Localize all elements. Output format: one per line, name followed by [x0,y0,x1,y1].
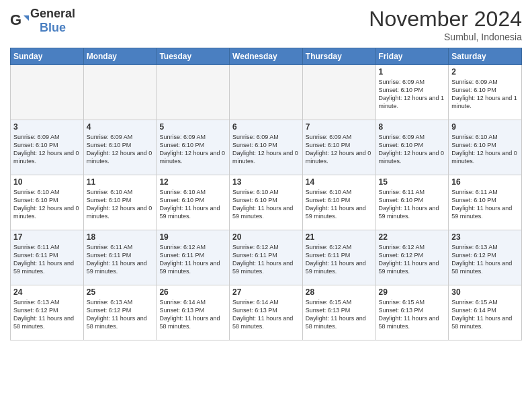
day-number: 10 [13,177,81,187]
calendar-week-row: 24Sunrise: 6:13 AM Sunset: 6:12 PM Dayli… [11,285,522,340]
col-tuesday: Tuesday [157,48,230,65]
table-row: 19Sunrise: 6:12 AM Sunset: 6:11 PM Dayli… [157,230,230,285]
day-info: Sunrise: 6:09 AM Sunset: 6:10 PM Dayligh… [306,133,373,166]
title-block: November 2024 Sumbul, Indonesia [369,7,522,42]
day-number: 27 [232,287,300,297]
day-number: 20 [232,232,300,242]
logo-text: General Blue [30,7,75,35]
day-info: Sunrise: 6:09 AM Sunset: 6:10 PM Dayligh… [13,133,81,166]
day-number: 11 [87,177,154,187]
table-row: 15Sunrise: 6:11 AM Sunset: 6:10 PM Dayli… [375,175,449,230]
calendar-week-row: 3Sunrise: 6:09 AM Sunset: 6:10 PM Daylig… [11,120,522,175]
day-info: Sunrise: 6:10 AM Sunset: 6:10 PM Dayligh… [13,188,81,221]
page-container: G General Blue November 2024 Sumbul, Ind… [0,0,532,344]
table-row: 10Sunrise: 6:10 AM Sunset: 6:10 PM Dayli… [11,175,84,230]
calendar-week-row: 17Sunrise: 6:11 AM Sunset: 6:11 PM Dayli… [11,230,522,285]
table-row: 5Sunrise: 6:09 AM Sunset: 6:10 PM Daylig… [157,120,230,175]
day-info: Sunrise: 6:11 AM Sunset: 6:10 PM Dayligh… [379,188,446,221]
day-info: Sunrise: 6:09 AM Sunset: 6:10 PM Dayligh… [232,133,300,166]
day-number: 12 [159,177,226,187]
day-info: Sunrise: 6:09 AM Sunset: 6:10 PM Dayligh… [159,133,226,166]
table-row: 16Sunrise: 6:11 AM Sunset: 6:10 PM Dayli… [449,175,522,230]
logo-icon: G [10,11,29,30]
day-number: 1 [379,67,446,77]
table-row [11,65,84,120]
calendar-week-row: 10Sunrise: 6:10 AM Sunset: 6:10 PM Dayli… [11,175,522,230]
day-info: Sunrise: 6:15 AM Sunset: 6:13 PM Dayligh… [379,298,446,331]
calendar-week-row: 1Sunrise: 6:09 AM Sunset: 6:10 PM Daylig… [11,65,522,120]
page-header: G General Blue November 2024 Sumbul, Ind… [10,7,522,42]
table-row: 1Sunrise: 6:09 AM Sunset: 6:10 PM Daylig… [375,65,449,120]
day-number: 18 [87,232,154,242]
location-subtitle: Sumbul, Indonesia [369,32,522,42]
calendar-header-row: Sunday Monday Tuesday Wednesday Thursday… [11,48,522,65]
day-number: 6 [232,122,300,132]
day-number: 19 [159,232,226,242]
day-info: Sunrise: 6:12 AM Sunset: 6:11 PM Dayligh… [232,243,300,276]
day-info: Sunrise: 6:13 AM Sunset: 6:12 PM Dayligh… [13,298,81,331]
day-number: 25 [87,287,154,297]
day-number: 2 [451,67,519,77]
day-info: Sunrise: 6:12 AM Sunset: 6:11 PM Dayligh… [159,243,226,276]
table-row: 21Sunrise: 6:12 AM Sunset: 6:11 PM Dayli… [302,230,375,285]
day-info: Sunrise: 6:11 AM Sunset: 6:11 PM Dayligh… [13,243,81,276]
table-row [83,65,157,120]
day-info: Sunrise: 6:14 AM Sunset: 6:13 PM Dayligh… [232,298,300,331]
day-number: 7 [306,122,373,132]
day-info: Sunrise: 6:12 AM Sunset: 6:11 PM Dayligh… [306,243,373,276]
table-row: 29Sunrise: 6:15 AM Sunset: 6:13 PM Dayli… [375,285,449,340]
table-row: 23Sunrise: 6:13 AM Sunset: 6:12 PM Dayli… [449,230,522,285]
col-sunday: Sunday [11,48,84,65]
table-row: 30Sunrise: 6:15 AM Sunset: 6:14 PM Dayli… [449,285,522,340]
table-row: 17Sunrise: 6:11 AM Sunset: 6:11 PM Dayli… [11,230,84,285]
table-row: 7Sunrise: 6:09 AM Sunset: 6:10 PM Daylig… [302,120,375,175]
day-info: Sunrise: 6:09 AM Sunset: 6:10 PM Dayligh… [379,78,446,111]
day-number: 30 [451,287,519,297]
day-number: 29 [379,287,446,297]
day-info: Sunrise: 6:13 AM Sunset: 6:12 PM Dayligh… [87,298,154,331]
day-number: 28 [306,287,373,297]
logo-blue: Blue [40,21,66,34]
logo: G General Blue [10,7,75,35]
svg-text:G: G [10,11,21,28]
table-row: 2Sunrise: 6:09 AM Sunset: 6:10 PM Daylig… [449,65,522,120]
day-number: 22 [379,232,446,242]
table-row: 20Sunrise: 6:12 AM Sunset: 6:11 PM Dayli… [230,230,303,285]
day-info: Sunrise: 6:12 AM Sunset: 6:12 PM Dayligh… [379,243,446,276]
day-number: 8 [379,122,446,132]
table-row: 12Sunrise: 6:10 AM Sunset: 6:10 PM Dayli… [157,175,230,230]
day-number: 13 [232,177,300,187]
day-number: 3 [13,122,81,132]
month-title: November 2024 [369,7,522,32]
table-row: 3Sunrise: 6:09 AM Sunset: 6:10 PM Daylig… [11,120,84,175]
day-info: Sunrise: 6:15 AM Sunset: 6:14 PM Dayligh… [451,298,519,331]
table-row: 4Sunrise: 6:09 AM Sunset: 6:10 PM Daylig… [83,120,157,175]
table-row [157,65,230,120]
day-number: 16 [451,177,519,187]
day-number: 4 [87,122,154,132]
day-info: Sunrise: 6:14 AM Sunset: 6:13 PM Dayligh… [159,298,226,331]
table-row: 9Sunrise: 6:10 AM Sunset: 6:10 PM Daylig… [449,120,522,175]
day-number: 26 [159,287,226,297]
day-info: Sunrise: 6:13 AM Sunset: 6:12 PM Dayligh… [451,243,519,276]
table-row [302,65,375,120]
table-row: 14Sunrise: 6:10 AM Sunset: 6:10 PM Dayli… [302,175,375,230]
table-row: 18Sunrise: 6:11 AM Sunset: 6:11 PM Dayli… [83,230,157,285]
day-info: Sunrise: 6:10 AM Sunset: 6:10 PM Dayligh… [87,188,154,221]
day-info: Sunrise: 6:10 AM Sunset: 6:10 PM Dayligh… [451,133,519,166]
day-info: Sunrise: 6:15 AM Sunset: 6:13 PM Dayligh… [306,298,373,331]
calendar-table: Sunday Monday Tuesday Wednesday Thursday… [10,48,522,340]
day-number: 14 [306,177,373,187]
day-number: 21 [306,232,373,242]
col-friday: Friday [375,48,449,65]
day-number: 24 [13,287,81,297]
col-saturday: Saturday [449,48,522,65]
day-info: Sunrise: 6:09 AM Sunset: 6:10 PM Dayligh… [379,133,446,166]
col-thursday: Thursday [302,48,375,65]
table-row: 26Sunrise: 6:14 AM Sunset: 6:13 PM Dayli… [157,285,230,340]
col-wednesday: Wednesday [230,48,303,65]
table-row: 25Sunrise: 6:13 AM Sunset: 6:12 PM Dayli… [83,285,157,340]
day-number: 5 [159,122,226,132]
table-row: 11Sunrise: 6:10 AM Sunset: 6:10 PM Dayli… [83,175,157,230]
table-row: 6Sunrise: 6:09 AM Sunset: 6:10 PM Daylig… [230,120,303,175]
